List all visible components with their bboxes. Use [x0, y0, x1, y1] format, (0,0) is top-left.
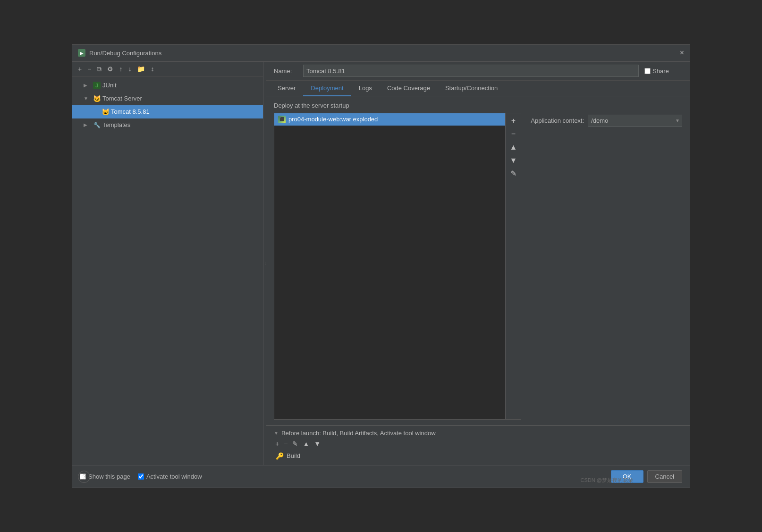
tomcat-server-label: Tomcat Server: [102, 95, 142, 102]
junit-icon: J: [93, 82, 101, 89]
config-tree: ▶ J JUnit ▼ 🐱 Tomcat Server 🐱 Tomcat 8.5…: [72, 77, 263, 465]
title-bar-left: ▶ Run/Debug Configurations: [78, 49, 161, 57]
before-launch-toolbar: + − ✎ ▲ ▼: [274, 439, 682, 448]
tab-server[interactable]: Server: [270, 81, 303, 96]
app-context-area: Application context: ▼: [531, 115, 682, 127]
deploy-down-button[interactable]: ▼: [508, 155, 519, 166]
help-button[interactable]: ?: [78, 471, 90, 483]
sort-button[interactable]: ↕: [149, 64, 156, 74]
deploy-item-0[interactable]: ⬛ pro04-module-web:war exploded: [274, 113, 505, 126]
right-panel: Name: Share Server Deployment Logs Code …: [266, 62, 690, 465]
tree-item-tomcat-server[interactable]: ▼ 🐱 Tomcat Server: [72, 92, 263, 105]
share-checkbox[interactable]: [644, 68, 651, 74]
tabs-bar: Server Deployment Logs Code Coverage Sta…: [266, 81, 690, 96]
tree-item-junit[interactable]: ▶ J JUnit: [72, 79, 263, 92]
activate-tool-wrap: Activate tool window: [138, 473, 202, 480]
deploy-and-context: ⬛ pro04-module-web:war exploded + − ▲ ▼ …: [274, 113, 682, 420]
dialog-title: Run/Debug Configurations: [89, 50, 161, 57]
before-launch-remove-btn[interactable]: −: [282, 439, 289, 448]
deploy-add-button[interactable]: +: [508, 115, 519, 127]
tab-deployment[interactable]: Deployment: [303, 81, 351, 96]
deploy-item-label: pro04-module-web:war exploded: [288, 116, 378, 123]
left-panel: + − ⧉ ⚙ ↑ ↓ 📁 ↕ ▶ J JUnit ▼: [72, 62, 263, 465]
watermark: CSDN @梦是夜的花朵: [581, 477, 633, 484]
deploy-list-toolbar: + − ▲ ▼ ✎: [506, 113, 521, 420]
folder-button[interactable]: 📁: [135, 64, 147, 74]
help-area: ?: [78, 471, 90, 483]
run-debug-dialog: ▶ Run/Debug Configurations × + − ⧉ ⚙ ↑ ↓…: [72, 44, 690, 488]
app-context-input[interactable]: [588, 116, 673, 125]
activate-tool-checkbox[interactable]: [138, 473, 144, 480]
deploy-remove-button[interactable]: −: [508, 128, 519, 140]
share-label: Share: [652, 68, 669, 75]
deployment-area: Deploy at the server startup ⬛ pro04-mod…: [266, 96, 690, 425]
share-area: Share: [644, 68, 682, 75]
before-launch-header: ▼ Before launch: Build, Build Artifacts,…: [274, 430, 682, 437]
add-config-button[interactable]: +: [76, 64, 84, 74]
deploy-list: ⬛ pro04-module-web:war exploded: [274, 113, 506, 420]
before-launch-down-btn[interactable]: ▼: [313, 439, 322, 448]
dialog-icon: ▶: [78, 49, 85, 57]
left-toolbar: + − ⧉ ⚙ ↑ ↓ 📁 ↕: [72, 62, 263, 77]
tomcat-instance-icon: 🐱: [102, 108, 109, 116]
remove-config-button[interactable]: −: [85, 64, 93, 74]
junit-label: JUnit: [102, 82, 117, 89]
templates-icon: 🔧: [93, 121, 101, 129]
deploy-item-icon: ⬛: [278, 116, 286, 123]
tomcat-server-icon: 🐱: [93, 95, 101, 102]
before-launch-up-btn[interactable]: ▲: [301, 439, 311, 448]
move-down-button[interactable]: ↓: [126, 64, 133, 74]
junit-expand-icon: ▶: [84, 83, 91, 88]
title-bar: ▶ Run/Debug Configurations ×: [72, 45, 690, 62]
bottom-left: Show this page Activate tool window: [80, 473, 202, 480]
deploy-header: Deploy at the server startup: [274, 102, 682, 109]
activate-tool-label: Activate tool window: [146, 473, 202, 480]
tab-content-deployment: Deploy at the server startup ⬛ pro04-mod…: [266, 96, 690, 465]
templates-expand-icon: ▶: [84, 122, 91, 127]
before-launch-add-btn[interactable]: +: [274, 439, 280, 448]
app-context-input-wrap: ▼: [588, 115, 682, 127]
before-launch-toggle[interactable]: ▼: [274, 431, 279, 436]
tomcat-server-expand-icon: ▼: [84, 96, 91, 101]
build-label: Build: [287, 452, 300, 459]
tab-coverage[interactable]: Code Coverage: [380, 81, 438, 96]
build-icon: 🔑: [276, 452, 284, 460]
close-button[interactable]: ×: [680, 49, 684, 57]
name-label: Name:: [274, 68, 297, 75]
cancel-button[interactable]: Cancel: [647, 470, 682, 483]
tree-item-templates[interactable]: ▶ 🔧 Templates: [72, 118, 263, 132]
before-launch-section: ▼ Before launch: Build, Build Artifacts,…: [266, 425, 690, 465]
bottom-bar: Show this page Activate tool window OK C…: [72, 465, 690, 488]
tree-item-tomcat-instance[interactable]: 🐱 Tomcat 8.5.81: [72, 105, 263, 118]
name-input[interactable]: [303, 65, 639, 77]
before-launch-title: Before launch: Build, Build Artifacts, A…: [281, 430, 436, 437]
deploy-up-button[interactable]: ▲: [508, 142, 519, 153]
app-context-label: Application context:: [531, 117, 584, 124]
tab-logs[interactable]: Logs: [351, 81, 380, 96]
name-row: Name: Share: [266, 62, 690, 81]
templates-label: Templates: [102, 121, 130, 128]
main-content: + − ⧉ ⚙ ↑ ↓ 📁 ↕ ▶ J JUnit ▼: [72, 62, 690, 465]
tab-startup[interactable]: Startup/Connection: [438, 81, 505, 96]
show-page-label: Show this page: [88, 473, 130, 480]
before-launch-edit-btn[interactable]: ✎: [291, 439, 299, 448]
move-up-button[interactable]: ↑: [117, 64, 124, 74]
app-context-dropdown-icon[interactable]: ▼: [673, 118, 682, 123]
copy-config-button[interactable]: ⧉: [95, 64, 103, 74]
deploy-edit-button[interactable]: ✎: [508, 168, 519, 179]
build-item: 🔑 Build: [274, 451, 682, 461]
settings-config-button[interactable]: ⚙: [105, 64, 115, 74]
tomcat-instance-label: Tomcat 8.5.81: [111, 108, 150, 115]
